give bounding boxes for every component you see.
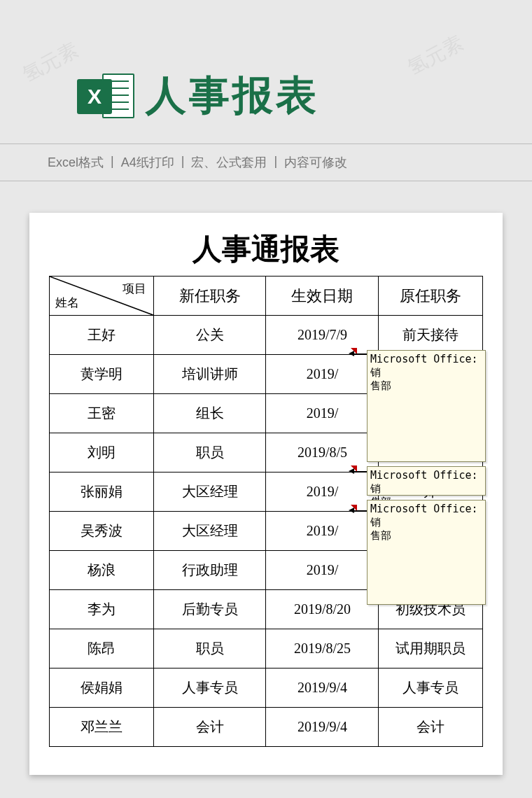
- table-row: 王好公关2019/7/9前天接待: [50, 316, 483, 355]
- diag-label-bottom: 姓名: [55, 295, 79, 311]
- subheader: Excel格式| A4纸打印| 宏、公式套用| 内容可修改: [0, 144, 532, 181]
- arrow-icon: [349, 507, 354, 513]
- spreadsheet-page: 人事通报表 项目 姓名 新任职务 生效日期 原任职务 王好公关2019/7/9前…: [29, 213, 503, 775]
- comment-text: 售部: [370, 529, 391, 542]
- cell-old_pos[interactable]: 会计: [379, 708, 483, 747]
- cell-date[interactable]: 2019/: [266, 551, 379, 590]
- cell-name[interactable]: 张丽娟: [50, 472, 154, 512]
- cell-name[interactable]: 王好: [50, 316, 154, 355]
- cell-name[interactable]: 王密: [50, 394, 154, 433]
- cell-date[interactable]: 2019/8/25: [266, 629, 379, 668]
- cell-old_pos[interactable]: 人事专员: [379, 668, 483, 708]
- cell-new_pos[interactable]: 行政助理: [153, 551, 266, 590]
- subheader-item: 内容可修改: [284, 154, 347, 171]
- cell-old_pos[interactable]: 试用期职员: [379, 629, 483, 668]
- comment-popup[interactable]: Microsoft Office:销 售部: [367, 500, 486, 605]
- cell-name[interactable]: 杨浪: [50, 551, 154, 590]
- cell-date[interactable]: 2019/7/9: [266, 316, 379, 355]
- cell-name[interactable]: 刘明: [50, 433, 154, 472]
- col-header-new-pos: 新任职务: [153, 276, 266, 316]
- cell-name[interactable]: 邓兰兰: [50, 708, 154, 747]
- arrow-icon: [349, 351, 354, 356]
- table-row: 邓兰兰会计2019/9/4会计: [50, 708, 483, 747]
- col-header-old-pos: 原任职务: [379, 276, 483, 316]
- cell-old_pos[interactable]: 前天接待: [379, 316, 483, 355]
- comment-text: Microsoft Office:销: [370, 353, 478, 379]
- diag-label-top: 项目: [122, 281, 146, 297]
- page-header: X 人事报表: [0, 0, 532, 131]
- comment-popup[interactable]: Microsoft Office:销 售部: [367, 466, 486, 496]
- cell-date[interactable]: 2019/8/5: [266, 433, 379, 472]
- subheader-item: 宏、公式套用: [191, 154, 267, 171]
- cell-new_pos[interactable]: 会计: [153, 708, 266, 747]
- cell-date[interactable]: 2019/: [266, 355, 379, 394]
- comment-leader: [354, 471, 367, 472]
- cell-date[interactable]: 2019/8/20: [266, 590, 379, 629]
- arrow-icon: [349, 468, 354, 474]
- cell-name[interactable]: 侯娟娟: [50, 668, 154, 708]
- cell-name[interactable]: 黄学明: [50, 355, 154, 394]
- excel-icon-letter: X: [88, 85, 102, 108]
- cell-new_pos[interactable]: 大区经理: [153, 472, 266, 512]
- sheet-title: 人事通报表: [49, 230, 483, 269]
- cell-new_pos[interactable]: 职员: [153, 433, 266, 472]
- cell-name[interactable]: 吴秀波: [50, 512, 154, 551]
- col-header-date: 生效日期: [266, 276, 379, 316]
- cell-date[interactable]: 2019/: [266, 394, 379, 433]
- comment-text: 售部: [370, 379, 391, 392]
- cell-date[interactable]: 2019/9/4: [266, 708, 379, 747]
- cell-name[interactable]: 李为: [50, 590, 154, 629]
- cell-name[interactable]: 陈昂: [50, 629, 154, 668]
- comment-leader: [354, 354, 367, 354]
- cell-new_pos[interactable]: 人事专员: [153, 668, 266, 708]
- table-row: 陈昂职员2019/8/25试用期职员: [50, 629, 483, 668]
- comment-text: Microsoft Office:销: [370, 503, 478, 528]
- comment-text: Microsoft Office:销: [370, 469, 478, 495]
- page-title: 人事报表: [146, 69, 319, 123]
- cell-new_pos[interactable]: 职员: [153, 629, 266, 668]
- comment-popup[interactable]: Microsoft Office:销 售部: [367, 350, 486, 462]
- cell-new_pos[interactable]: 组长: [153, 394, 266, 433]
- cell-date[interactable]: 2019/: [266, 472, 379, 512]
- cell-date[interactable]: 2019/: [266, 512, 379, 551]
- cell-new_pos[interactable]: 培训讲师: [153, 355, 266, 394]
- cell-new_pos[interactable]: 大区经理: [153, 512, 266, 551]
- table-row: 侯娟娟人事专员2019/9/4人事专员: [50, 668, 483, 708]
- header-diagonal-cell: 项目 姓名: [50, 276, 154, 316]
- comment-leader: [354, 510, 367, 511]
- cell-new_pos[interactable]: 后勤专员: [153, 590, 266, 629]
- cell-new_pos[interactable]: 公关: [153, 316, 266, 355]
- cell-date[interactable]: 2019/9/4: [266, 668, 379, 708]
- subheader-item: Excel格式: [48, 154, 104, 171]
- subheader-item: A4纸打印: [121, 154, 174, 171]
- excel-icon: X: [77, 66, 136, 125]
